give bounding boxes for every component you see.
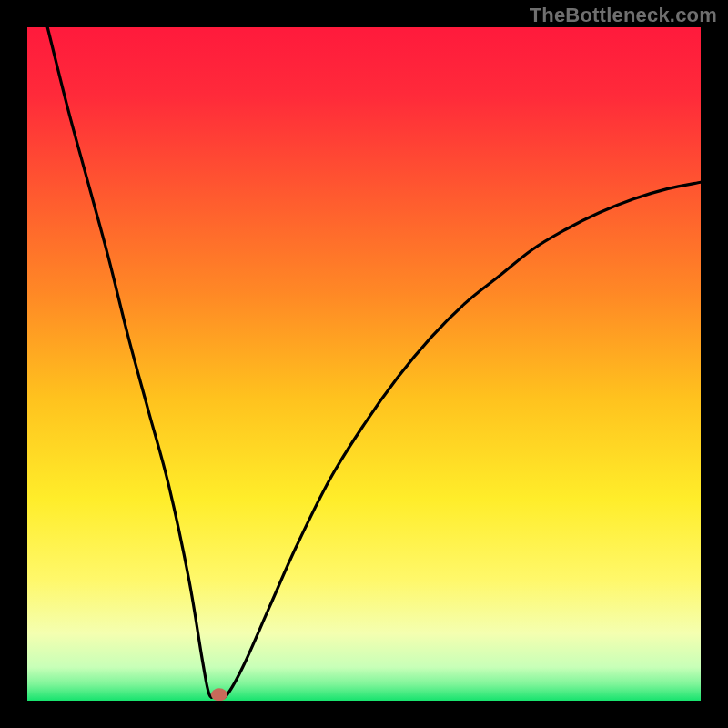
optimal-point-marker <box>211 688 228 701</box>
plot-area <box>27 27 701 701</box>
chart-frame: TheBottleneck.com <box>0 0 728 728</box>
watermark-label: TheBottleneck.com <box>530 4 717 27</box>
gradient-background <box>27 27 701 701</box>
bottleneck-chart <box>27 27 701 701</box>
